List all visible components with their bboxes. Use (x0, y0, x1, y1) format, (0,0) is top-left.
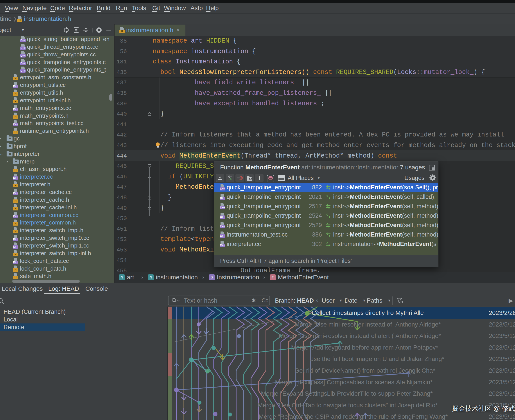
svg-text:m: m (269, 176, 272, 180)
